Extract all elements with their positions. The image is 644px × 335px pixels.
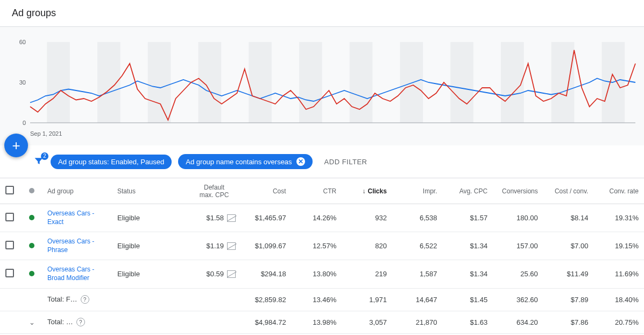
cell-impr: 14,647 xyxy=(392,288,443,311)
svg-rect-7 xyxy=(400,42,423,123)
filter-chip-name-label: Ad group name contains overseas xyxy=(186,158,292,166)
cell-cost: $1,465.97 xyxy=(241,204,292,232)
cell-avgcpc: $1.45 xyxy=(443,288,493,311)
close-icon[interactable]: ✕ xyxy=(296,157,305,166)
cell-avgcpc: $1.34 xyxy=(443,260,493,288)
cell-avgcpc: $1.63 xyxy=(443,311,493,333)
adgroup-link[interactable]: Overseas Cars - Phrase xyxy=(47,238,107,254)
performance-chart: 03060Sep 1, 2021 xyxy=(5,37,639,139)
cell-clicks: 219 xyxy=(342,260,392,288)
cell-status: Eligible xyxy=(112,204,187,232)
page-header: Ad groups xyxy=(0,0,644,27)
svg-rect-6 xyxy=(350,42,373,123)
expand-cell[interactable]: ⌄ xyxy=(24,311,42,333)
arrow-down-icon: ↓ xyxy=(363,187,366,195)
svg-text:60: 60 xyxy=(19,39,26,45)
cell-impr: 6,522 xyxy=(392,232,443,260)
checkbox-icon[interactable] xyxy=(5,186,14,194)
table-row: Overseas Cars - Broad ModifierEligible$0… xyxy=(0,260,644,288)
total-label: Total: …? xyxy=(42,311,112,333)
col-costconv[interactable]: Cost / conv. xyxy=(543,178,594,204)
cell-costconv: $11.49 xyxy=(543,260,594,288)
cell-ctr: 14.26% xyxy=(292,204,342,232)
cell-conv: 157.00 xyxy=(493,232,543,260)
add-adgroup-button[interactable]: + xyxy=(4,134,28,157)
svg-rect-2 xyxy=(148,42,171,123)
help-icon[interactable]: ? xyxy=(76,318,85,326)
bid-disabled-icon xyxy=(227,214,236,222)
col-maxcpc[interactable]: Default max. CPC xyxy=(187,178,241,204)
svg-text:Sep 1, 2021: Sep 1, 2021 xyxy=(30,130,62,137)
cell-convrate: 19.31% xyxy=(593,204,644,232)
cell-clicks: 932 xyxy=(342,204,392,232)
table-row: Overseas Cars - PhraseEligible$1.19$1,09… xyxy=(0,232,644,260)
col-status[interactable]: Status xyxy=(112,178,187,204)
filter-chip-name[interactable]: Ad group name contains overseas ✕ xyxy=(178,154,312,169)
row-checkbox[interactable] xyxy=(5,269,14,277)
filter-icon[interactable]: 2 xyxy=(33,156,44,168)
col-adgroup[interactable]: Ad group xyxy=(42,178,112,204)
cell-impr: 21,870 xyxy=(392,311,443,333)
status-indicator-icon xyxy=(29,188,34,193)
cell-conv: 362.60 xyxy=(493,288,543,311)
cell-cost: $1,099.67 xyxy=(241,232,292,260)
svg-rect-3 xyxy=(199,42,222,123)
col-cost[interactable]: Cost xyxy=(241,178,292,204)
col-impr[interactable]: Impr. xyxy=(392,178,443,204)
page-title: Ad groups xyxy=(12,8,632,19)
cell-ctr: 13.80% xyxy=(292,260,342,288)
col-conv[interactable]: Conversions xyxy=(493,178,543,204)
cell-maxcpc[interactable]: $1.19 xyxy=(187,232,241,260)
status-dot-icon[interactable] xyxy=(29,271,34,276)
cell-cost: $4,984.72 xyxy=(241,311,292,333)
status-dot-icon[interactable] xyxy=(29,215,34,220)
col-ctr[interactable]: CTR xyxy=(292,178,342,204)
filter-chip-status-label: Ad group status: Enabled, Paused xyxy=(58,158,164,166)
cell-maxcpc[interactable]: $0.59 xyxy=(187,260,241,288)
col-avgcpc[interactable]: Avg. CPC xyxy=(443,178,493,204)
table-row: Overseas Cars - ExactEligible$1.58$1,465… xyxy=(0,204,644,232)
cell-clicks: 3,057 xyxy=(342,311,392,333)
row-checkbox[interactable] xyxy=(5,213,14,221)
total-row: ⌄Total: …?$4,984.7213.98%3,05721,870$1.6… xyxy=(0,311,644,333)
cell-costconv: $7.00 xyxy=(543,232,594,260)
col-clicks[interactable]: ↓Clicks xyxy=(342,178,392,204)
status-dot-icon[interactable] xyxy=(29,243,34,248)
cell-convrate: 19.15% xyxy=(593,232,644,260)
table-header-row: Ad group Status Default max. CPC Cost CT… xyxy=(0,178,644,204)
cell-costconv: $7.89 xyxy=(543,288,594,311)
col-convrate[interactable]: Conv. rate xyxy=(593,178,644,204)
cell-avgcpc: $1.57 xyxy=(443,204,493,232)
cell-costconv: $7.86 xyxy=(543,311,594,333)
svg-rect-0 xyxy=(47,42,70,123)
svg-text:30: 30 xyxy=(19,79,26,86)
cell-cost: $2,859.82 xyxy=(241,288,292,311)
cell-status: Eligible xyxy=(112,232,187,260)
adgroups-table: Ad group Status Default max. CPC Cost CT… xyxy=(0,178,644,334)
svg-rect-9 xyxy=(501,42,524,123)
svg-text:0: 0 xyxy=(23,120,26,126)
adgroup-link[interactable]: Overseas Cars - Exact xyxy=(47,210,107,226)
cell-maxcpc[interactable]: $1.58 xyxy=(187,204,241,232)
table-body: Overseas Cars - ExactEligible$1.58$1,465… xyxy=(0,204,644,334)
row-checkbox[interactable] xyxy=(5,241,14,249)
select-all-header[interactable] xyxy=(0,178,24,204)
cell-status: Eligible xyxy=(112,260,187,288)
filter-count-badge: 2 xyxy=(41,152,48,160)
adgroup-link[interactable]: Overseas Cars - Broad Modifier xyxy=(47,266,107,282)
help-icon[interactable]: ? xyxy=(81,295,89,304)
cell-convrate: 11.69% xyxy=(593,260,644,288)
cell-avgcpc: $1.34 xyxy=(443,232,493,260)
svg-rect-10 xyxy=(551,42,575,123)
chevron-down-icon: ⌄ xyxy=(29,318,35,326)
total-label: Total: F…? xyxy=(42,288,112,311)
cell-conv: 180.00 xyxy=(493,204,543,232)
filter-chip-status[interactable]: Ad group status: Enabled, Paused xyxy=(51,155,172,169)
total-row: Total: F…?$2,859.8213.46%1,97114,647$1.4… xyxy=(0,288,644,311)
bid-disabled-icon xyxy=(227,242,236,250)
filter-bar: 2 Ad group status: Enabled, Paused Ad gr… xyxy=(0,145,644,178)
cell-conv: 25.60 xyxy=(493,260,543,288)
add-filter-button[interactable]: ADD FILTER xyxy=(319,155,373,169)
bid-disabled-icon xyxy=(227,270,236,278)
cell-clicks: 820 xyxy=(342,232,392,260)
